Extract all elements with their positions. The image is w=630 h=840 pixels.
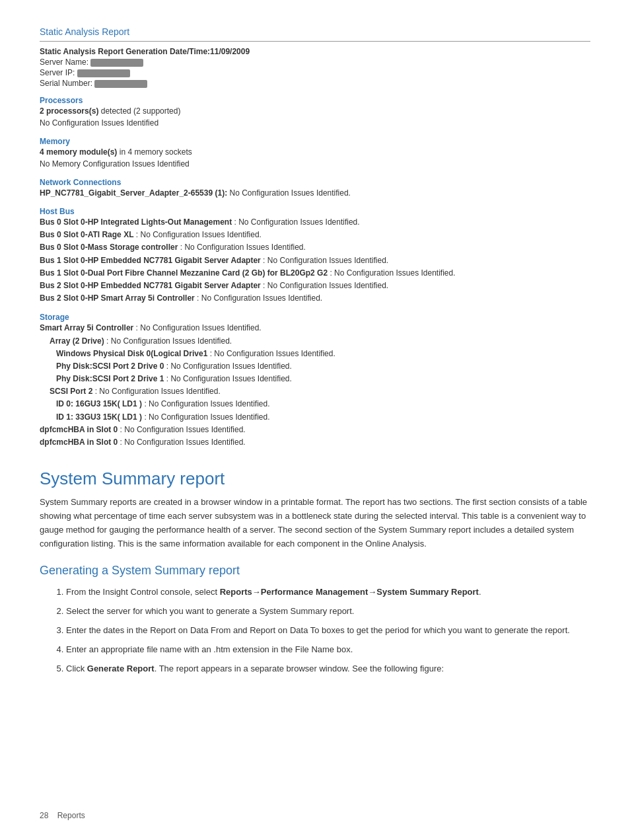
server-name-value (90, 59, 143, 67)
storage-item-7: ID 1: 33GU3 15K( LD1 ) : No Configuratio… (56, 411, 590, 424)
system-summary-title: System Summary report (40, 469, 590, 489)
memory-subsection: Memory 4 memory module(s) in 4 memory so… (40, 137, 590, 170)
step-1-bold: Reports→Performance Management→System Su… (220, 587, 479, 597)
host-bus-item-6: Bus 2 Slot 0-HP Smart Array 5i Controlle… (40, 292, 590, 305)
step-5: Click Generate Report. The report appear… (66, 662, 590, 676)
network-subsection: Network Connections HP_NC7781_Gigabit_Se… (40, 178, 590, 199)
processors-line1: 2 processors(s) detected (2 supported) (40, 105, 590, 117)
generation-date: Static Analysis Report Generation Date/T… (40, 47, 590, 56)
host-bus-item-0: Bus 0 Slot 0-HP Integrated Lights-Out Ma… (40, 216, 590, 229)
static-analysis-title: Static Analysis Report (40, 26, 590, 37)
footer-label: Reports (57, 811, 85, 820)
network-adapter-name: HP_NC7781_Gigabit_Server_Adapter_2-65539… (40, 188, 227, 198)
host-bus-item-1: Bus 0 Slot 0-ATI Rage XL : No Configurat… (40, 229, 590, 241)
server-ip-label: Server IP: (40, 68, 75, 77)
serial-number-row: Serial Number: (40, 79, 590, 88)
server-name-row: Server Name: (40, 57, 590, 67)
server-name-label: Server Name: (40, 57, 88, 67)
page-footer: 28 Reports (40, 811, 85, 820)
storage-item-6: ID 0: 16GU3 15K( LD1 ) : No Configuratio… (56, 398, 590, 410)
server-ip-value (77, 69, 130, 77)
storage-item-3: Phy Disk:SCSI Port 2 Drive 0 : No Config… (56, 360, 590, 373)
network-line1: HP_NC7781_Gigabit_Server_Adapter_2-65539… (40, 187, 590, 199)
storage-title: Storage (40, 313, 590, 322)
memory-line2: No Memory Configuration Issues Identifie… (40, 158, 590, 170)
host-bus-item-4: Bus 1 Slot 0-Dual Port Fibre Channel Mez… (40, 267, 590, 280)
storage-item-8: dpfcmcHBA in Slot 0 : No Configuration I… (40, 424, 590, 436)
storage-item-9: dpfcmcHBA in Slot 0 : No Configuration I… (40, 436, 590, 449)
host-bus-title: Host Bus (40, 207, 590, 216)
storage-subsection: Storage Smart Array 5i Controller : No C… (40, 313, 590, 449)
step-2: Select the server for which you want to … (66, 605, 590, 619)
storage-item-1: Array (2 Drive) : No Configuration Issue… (50, 335, 590, 348)
serial-number-label: Serial Number: (40, 79, 92, 88)
host-bus-item-3: Bus 1 Slot 0-HP Embedded NC7781 Gigabit … (40, 254, 590, 267)
step-4: Enter an appropriate file name with an .… (66, 643, 590, 657)
footer-page-number: 28 (40, 811, 48, 820)
processors-subsection: Processors 2 processors(s) detected (2 s… (40, 96, 590, 129)
host-bus-item-5: Bus 2 Slot 0-HP Embedded NC7781 Gigabit … (40, 280, 590, 292)
generation-label: Static Analysis Report Generation Date/T… (40, 47, 250, 56)
storage-item-4: Phy Disk:SCSI Port 2 Drive 1 : No Config… (56, 373, 590, 385)
host-bus-subsection: Host Bus Bus 0 Slot 0-HP Integrated Ligh… (40, 207, 590, 305)
step-5-bold: Generate Report (87, 664, 155, 673)
generating-title: Generating a System Summary report (40, 564, 590, 578)
processors-title: Processors (40, 96, 590, 105)
serial-number-value (94, 80, 147, 88)
step-1: From the Insight Control console, select… (66, 586, 590, 599)
generating-steps: From the Insight Control console, select… (66, 586, 590, 675)
processors-bold: 2 processors(s) (40, 106, 98, 116)
memory-bold: 4 memory module(s) (40, 147, 117, 157)
storage-item-0: Smart Array 5i Controller : No Configura… (40, 322, 590, 334)
system-summary-body: System Summary reports are created in a … (40, 496, 590, 551)
memory-line1: 4 memory module(s) in 4 memory sockets (40, 146, 590, 158)
memory-title: Memory (40, 137, 590, 146)
host-bus-item-2: Bus 0 Slot 0-Mass Storage controller : N… (40, 241, 590, 254)
static-analysis-section: Static Analysis Report Static Analysis R… (40, 26, 590, 449)
processors-line2: No Configuration Issues Identified (40, 117, 590, 129)
system-summary-section: System Summary report System Summary rep… (40, 469, 590, 675)
step-3: Enter the dates in the Report on Data Fr… (66, 624, 590, 638)
storage-item-2: Windows Physical Disk 0(Logical Drive1 :… (56, 348, 590, 360)
network-title: Network Connections (40, 178, 590, 187)
section-divider (40, 41, 590, 42)
server-ip-row: Server IP: (40, 68, 590, 77)
storage-item-5: SCSI Port 2 : No Configuration Issues Id… (50, 385, 590, 398)
